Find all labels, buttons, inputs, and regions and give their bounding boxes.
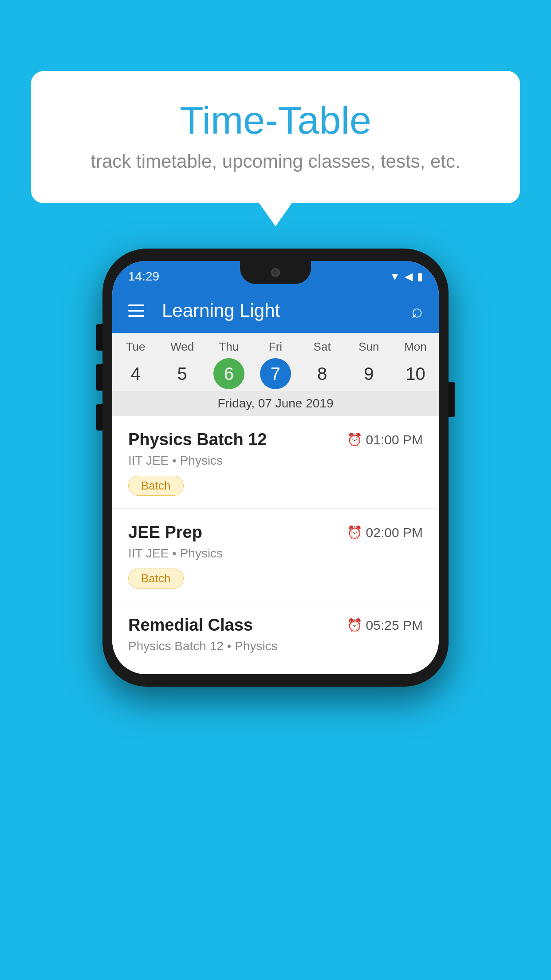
day-number: 10 (400, 358, 431, 389)
wifi-icon: ▼ (390, 270, 400, 283)
schedule-item-time: ⏰ 05:25 PM (347, 618, 423, 633)
day-name: Tue (112, 340, 159, 354)
battery-icon: ▮ (417, 270, 423, 283)
search-button[interactable]: ⌕ (411, 300, 423, 322)
day-name: Mon (392, 340, 439, 354)
status-icons: ▼ ◀ ▮ (390, 270, 423, 283)
batch-badge: Batch (128, 476, 184, 496)
calendar-week-row: Tue4Wed5Thu6Fri7Sat8Sun9Mon10 (112, 333, 439, 391)
schedule-item-title: Physics Batch 12 (128, 430, 267, 449)
schedule-item[interactable]: JEE Prep⏰ 02:00 PMIIT JEE • PhysicsBatch (112, 509, 439, 601)
signal-icon: ◀ (405, 270, 413, 283)
bubble-subtitle: track timetable, upcoming classes, tests… (67, 151, 484, 172)
day-col-mon[interactable]: Mon10 (392, 340, 439, 389)
phone-outer: 14:29 ▼ ◀ ▮ Learning Light ⌕ (102, 249, 449, 687)
schedule-item-time: ⏰ 01:00 PM (347, 432, 423, 447)
day-number: 9 (353, 358, 384, 389)
schedule-item-subtitle: IIT JEE • Physics (128, 546, 423, 561)
schedule-item-subtitle: IIT JEE • Physics (128, 454, 423, 468)
schedule-list: Physics Batch 12⏰ 01:00 PMIIT JEE • Phys… (112, 416, 439, 674)
day-col-fri[interactable]: Fri7 (252, 340, 299, 389)
camera-cutout (271, 268, 280, 277)
schedule-item[interactable]: Remedial Class⏰ 05:25 PMPhysics Batch 12… (112, 601, 439, 674)
status-time: 14:29 (128, 269, 159, 284)
day-name: Sun (346, 340, 392, 354)
clock-icon: ⏰ (347, 432, 362, 447)
app-bar: Learning Light ⌕ (112, 288, 439, 333)
bubble-title: Time-Table (67, 98, 484, 143)
menu-button[interactable] (128, 304, 144, 317)
selected-date-label: Friday, 07 June 2019 (112, 391, 439, 416)
speech-bubble: Time-Table track timetable, upcoming cla… (31, 71, 520, 203)
schedule-item-title: Remedial Class (128, 616, 253, 635)
phone-mockup: 14:29 ▼ ◀ ▮ Learning Light ⌕ (102, 249, 449, 687)
day-number: 6 (213, 358, 244, 389)
schedule-item-header: JEE Prep⏰ 02:00 PM (128, 523, 423, 542)
clock-icon: ⏰ (347, 618, 362, 632)
day-number: 7 (260, 358, 291, 389)
day-col-sun[interactable]: Sun9 (346, 340, 392, 389)
schedule-item-header: Remedial Class⏰ 05:25 PM (128, 616, 423, 635)
day-number: 5 (167, 358, 198, 389)
day-col-sat[interactable]: Sat8 (299, 340, 346, 389)
menu-line-3 (128, 315, 144, 317)
menu-line-2 (128, 310, 144, 312)
schedule-item-header: Physics Batch 12⏰ 01:00 PM (128, 430, 423, 449)
day-col-tue[interactable]: Tue4 (112, 340, 159, 389)
day-name: Thu (205, 340, 252, 354)
day-number: 8 (307, 358, 338, 389)
batch-badge: Batch (128, 569, 184, 589)
day-number: 4 (120, 358, 151, 389)
day-col-thu[interactable]: Thu6 (205, 340, 252, 389)
schedule-item-title: JEE Prep (128, 523, 202, 542)
day-name: Sat (299, 340, 346, 354)
phone-screen: 14:29 ▼ ◀ ▮ Learning Light ⌕ (112, 261, 439, 674)
app-title: Learning Light (162, 300, 398, 321)
schedule-item-time: ⏰ 02:00 PM (347, 525, 423, 540)
menu-line-1 (128, 304, 144, 306)
clock-icon: ⏰ (347, 525, 362, 540)
speech-bubble-section: Time-Table track timetable, upcoming cla… (31, 71, 520, 203)
day-col-wed[interactable]: Wed5 (159, 340, 205, 389)
day-name: Fri (252, 340, 299, 354)
schedule-item-subtitle: Physics Batch 12 • Physics (128, 639, 423, 653)
day-name: Wed (159, 340, 205, 354)
phone-notch (240, 261, 311, 284)
schedule-item[interactable]: Physics Batch 12⏰ 01:00 PMIIT JEE • Phys… (112, 416, 439, 509)
